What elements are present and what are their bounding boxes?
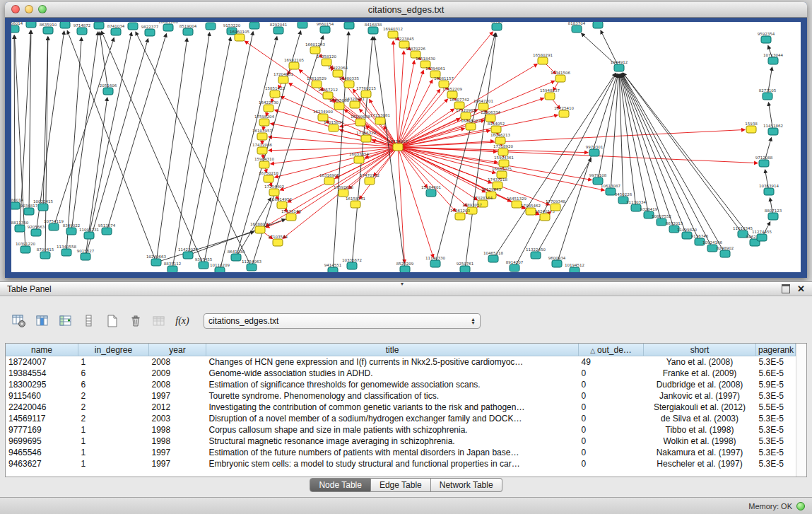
graph-node[interactable]: 11530289 — [293, 22, 312, 28]
table-row[interactable]: 2242004622012Investigating the contribut… — [6, 402, 796, 413]
graph-node[interactable]: 16750218 — [259, 171, 278, 183]
column-header-pagerank[interactable]: pagerank — [756, 344, 796, 356]
cell-in_degree[interactable]: 1 — [78, 447, 149, 458]
cell-short[interactable]: Tibbo et al. (1998) — [644, 424, 756, 436]
cell-pagerank[interactable]: 5.6E-5 — [756, 368, 796, 379]
cell-out_degree[interactable]: 0 — [579, 402, 644, 413]
graph-node[interactable]: 10472104 — [21, 22, 41, 28]
cell-pagerank[interactable]: 5.9E-5 — [756, 379, 796, 390]
graph-node[interactable]: 10841366 — [245, 22, 264, 29]
graph-node[interactable]: 9979301 — [586, 145, 604, 157]
graph-node[interactable]: 8635910 — [40, 23, 57, 35]
graph-node[interactable]: 17536148 — [281, 209, 301, 221]
cell-out_degree[interactable]: 0 — [579, 447, 644, 458]
graph-node[interactable]: 16158741 — [346, 197, 365, 209]
new-file-icon[interactable] — [103, 312, 122, 330]
cell-title[interactable]: Estimation of significance thresholds fo… — [206, 379, 579, 390]
graph-node[interactable]: 8835112 — [164, 262, 182, 273]
graph-edge[interactable] — [398, 147, 478, 200]
cell-short[interactable]: Hescheler et al. (1997) — [644, 458, 756, 469]
graph-node[interactable]: 16288079 — [250, 222, 270, 234]
cell-in_degree[interactable]: 1 — [78, 424, 149, 436]
graph-node[interactable]: 9947209 — [589, 22, 607, 28]
graph-node[interactable]: 11451862 — [763, 124, 783, 136]
graph-node[interactable]: 16725410 — [554, 106, 574, 118]
cell-name[interactable]: 14569117 — [6, 413, 78, 424]
graph-node[interactable]: 15938 — [745, 122, 758, 134]
cell-year[interactable]: 2003 — [149, 413, 206, 424]
table-row[interactable]: 1456911722003Disruption of a novel membe… — [6, 413, 796, 424]
cell-title[interactable]: Estimation of the future numbers of pati… — [206, 447, 579, 458]
split-pane-collapse-handle[interactable]: ▾ — [401, 281, 404, 287]
graph-node[interactable]: 17358120 — [317, 54, 336, 66]
cell-short[interactable]: de Silva et al. (2003) — [644, 413, 756, 424]
graph-edge[interactable] — [71, 32, 98, 231]
graph-node[interactable]: 17561203 — [450, 209, 470, 221]
graph-node[interactable]: 8183704 — [568, 22, 586, 33]
graph-node[interactable]: 9822377 — [141, 25, 159, 37]
graph-edge[interactable] — [297, 147, 398, 214]
cell-year[interactable]: 2008 — [149, 356, 206, 368]
cell-short[interactable]: Nakamura et al. (1997) — [644, 447, 756, 458]
graph-node[interactable]: 16422730 — [259, 100, 278, 112]
cell-in_degree[interactable]: 1 — [78, 458, 149, 469]
table-vertical-scrollbar[interactable] — [796, 344, 806, 477]
graph-node[interactable]: 17204831 — [273, 72, 293, 84]
graph-node[interactable]: 16580291 — [533, 53, 553, 65]
graph-edge[interactable] — [89, 33, 131, 235]
float-panel-icon[interactable] — [782, 284, 790, 293]
graph-node[interactable]: 9034817 — [20, 204, 38, 216]
graph-node[interactable]: 8416838 — [365, 23, 382, 35]
column-header-name[interactable]: name — [6, 344, 78, 356]
graph-node[interactable]: 55723 — [490, 22, 503, 30]
tab-node-table[interactable]: Node Table — [310, 478, 371, 492]
graph-edge[interactable] — [204, 32, 253, 265]
graph-node[interactable]: 9513874 — [98, 223, 116, 235]
graph-edge[interactable] — [236, 198, 271, 257]
cell-title[interactable]: Embryonic stem cells: a model to study s… — [206, 458, 579, 469]
graph-node[interactable]: 16932105 — [284, 58, 304, 70]
graph-node[interactable]: 17341506 — [551, 71, 570, 83]
graph-node[interactable]: 10194512 — [565, 263, 584, 273]
cell-pagerank[interactable]: 5.3E-5 — [756, 424, 796, 436]
network-view[interactable]: 9356014104721048635910112504439714872105… — [11, 22, 801, 272]
graph-node[interactable]: 8811350 — [11, 221, 29, 233]
graph-node[interactable]: 9592354 — [758, 32, 775, 44]
cell-in_degree[interactable]: 2 — [78, 390, 149, 402]
cell-year[interactable]: 1997 — [149, 390, 206, 402]
graph-node[interactable]: 9714872 — [73, 23, 91, 35]
graph-node[interactable]: 10335672 — [342, 258, 362, 270]
cell-year[interactable]: 1998 — [149, 424, 206, 436]
cell-title[interactable]: Investigating the contribution of common… — [206, 402, 579, 413]
close-window-button[interactable] — [11, 5, 20, 13]
cell-short[interactable]: Dudbridge et al. (2008) — [644, 379, 756, 390]
column-icon[interactable] — [80, 312, 98, 330]
graph-node[interactable]: 16316905 — [319, 173, 339, 185]
graph-node[interactable]: 16960105 — [230, 30, 249, 42]
cell-out_degree[interactable]: 0 — [579, 368, 644, 379]
cell-pagerank[interactable]: 5.3E-5 — [756, 447, 796, 458]
cell-title[interactable]: Structural magnetic resonance image aver… — [206, 436, 579, 447]
graph-edge[interactable] — [398, 147, 428, 188]
create-column-icon[interactable] — [57, 312, 75, 330]
table-row[interactable]: 977716911998Corpus callosum shape and si… — [6, 424, 796, 436]
cell-out_degree[interactable]: 0 — [579, 379, 644, 390]
cell-year[interactable]: 2008 — [149, 379, 206, 390]
graph-node[interactable]: 1944912 — [611, 60, 628, 72]
cell-name[interactable]: 9777169 — [6, 424, 78, 436]
graph-node[interactable]: 16014952 — [272, 197, 292, 209]
graph-node[interactable]: 15851422 — [265, 86, 285, 98]
table-row[interactable]: 969969511998Structural magnetic resonanc… — [6, 436, 796, 447]
graph-edge[interactable] — [100, 32, 108, 91]
network-table-selector[interactable]: citations_edges.txt ▲▼ — [204, 313, 481, 329]
table-row[interactable]: 1830029562008Estimation of significance … — [6, 379, 796, 390]
graph-node[interactable]: 11250443 — [55, 22, 75, 28]
cell-short[interactable]: Yano et al. (2008) — [644, 356, 756, 368]
graph-node[interactable]: 8914207 — [506, 260, 524, 272]
graph-node[interactable]: 15984310 — [254, 157, 274, 169]
cell-name[interactable]: 9699695 — [6, 436, 78, 447]
trash-icon[interactable] — [126, 312, 145, 330]
column-header-short[interactable]: short — [644, 344, 756, 356]
graph-node[interactable]: 8273105 — [759, 88, 777, 100]
graph-edge[interactable] — [557, 74, 617, 264]
